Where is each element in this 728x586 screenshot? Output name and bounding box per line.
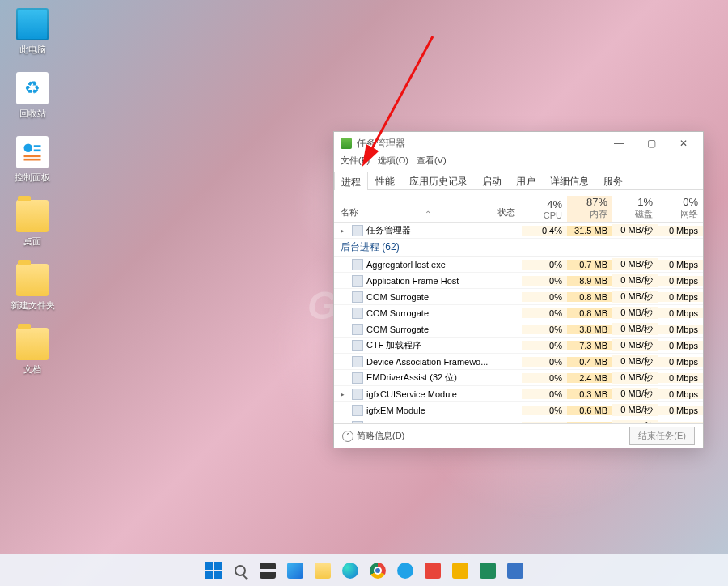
process-icon <box>352 324 363 335</box>
maximize-button[interactable]: ▢ <box>635 134 667 153</box>
tab-bar: 进程 性能 应用历史记录 启动 用户 详细信息 服务 <box>334 171 703 190</box>
taskbar-app-1[interactable] <box>394 559 417 582</box>
process-name: AggregatorHost.exe <box>366 260 446 270</box>
process-icon <box>352 340 363 351</box>
edge-icon <box>342 563 358 579</box>
end-task-button[interactable]: 结束任务(E) <box>629 427 695 445</box>
menu-view[interactable]: 查看(V) <box>417 155 447 171</box>
fewer-details-button[interactable]: ˄ 简略信息(D) <box>342 430 404 442</box>
taskbar-edge[interactable] <box>339 559 362 582</box>
folder-icon <box>315 563 331 579</box>
process-name: Application Frame Host <box>366 276 459 286</box>
process-name: Device Association Framewo... <box>366 357 488 367</box>
taskbar-app-2[interactable] <box>421 559 444 582</box>
cell-disk: 0 MB/秒 <box>612 323 658 335</box>
taskbar-app-5[interactable] <box>504 559 527 582</box>
process-row[interactable]: CTF 加载程序0%7.3 MB0 MB/秒0 Mbps <box>334 338 703 354</box>
menu-file[interactable]: 文件(F) <box>341 155 370 171</box>
process-row[interactable]: Application Frame Host0%8.9 MB0 MB/秒0 Mb… <box>334 273 703 289</box>
pc-icon <box>16 8 49 40</box>
cell-net: 0 Mbps <box>658 406 703 415</box>
chevron-up-icon: ˄ <box>342 431 353 442</box>
control-panel-icon <box>16 136 49 168</box>
cell-disk: 0 MB/秒 <box>612 388 658 400</box>
process-list[interactable]: ▸ 任务管理器 0.4% 31.5 MB 0 MB/秒 0 Mbps 后台进程 … <box>334 223 703 423</box>
process-row[interactable]: Device Association Framewo...0%0.4 MB0 M… <box>334 354 703 370</box>
tab-details[interactable]: 详细信息 <box>543 171 596 189</box>
desktop-icon-recycle-bin[interactable]: 回收站 <box>8 72 57 120</box>
titlebar[interactable]: 任务管理器 — ▢ ✕ <box>334 132 703 155</box>
cell-cpu: 0% <box>522 276 567 286</box>
col-status-label[interactable]: 状态 <box>497 206 515 219</box>
desktop-icon-this-pc[interactable]: 此电脑 <box>8 8 57 56</box>
cell-mem: 0.4 MB <box>567 357 612 367</box>
process-row[interactable]: COM Surrogate0%0.8 MB0 MB/秒0 Mbps <box>334 305 703 321</box>
cell-cpu: 0% <box>522 308 567 318</box>
col-disk[interactable]: 1% 磁盘 <box>612 196 658 222</box>
desktop-icons: 此电脑 回收站 控制面板 桌面 新建文件夹 文档 <box>8 8 65 392</box>
cell-net: 0 Mbps <box>658 276 703 286</box>
process-row[interactable]: EMDriverAssist (32 位)0%2.4 MB0 MB/秒0 Mbp… <box>334 370 703 386</box>
taskbar-app-3[interactable] <box>449 559 472 582</box>
cell-cpu: 0% <box>522 292 567 302</box>
process-row-app[interactable]: ▸ 任务管理器 0.4% 31.5 MB 0 MB/秒 0 Mbps <box>334 223 703 239</box>
cell-cpu: 0% <box>522 341 567 350</box>
desktop-icon-label: 控制面板 <box>8 172 57 184</box>
desktop-icon-label: 桌面 <box>8 236 57 248</box>
tab-users[interactable]: 用户 <box>509 171 543 189</box>
tab-processes[interactable]: 进程 <box>334 172 368 190</box>
cpu-usage: 4% <box>527 198 562 210</box>
process-row[interactable]: igfxEM Module0%0.6 MB0 MB/秒0 Mbps <box>334 402 703 418</box>
process-row[interactable]: COM Surrogate0%3.8 MB0 MB/秒0 Mbps <box>334 321 703 338</box>
desktop-icon-control-panel[interactable]: 控制面板 <box>8 136 57 184</box>
process-row[interactable]: AggregatorHost.exe0%0.7 MB0 MB/秒0 Mbps <box>334 257 703 273</box>
cell-mem: 31.5 MB <box>567 226 612 236</box>
tab-performance[interactable]: 性能 <box>368 171 402 189</box>
desktop-icon-folder-new[interactable]: 新建文件夹 <box>8 264 57 312</box>
group-label: 后台进程 (62) <box>341 240 400 254</box>
start-button[interactable] <box>201 559 224 582</box>
tab-app-history[interactable]: 应用历史记录 <box>402 171 475 189</box>
expand-icon[interactable]: ▸ <box>341 227 349 235</box>
cell-cpu: 0% <box>522 260 567 270</box>
cell-mem: 8.9 MB <box>567 276 612 286</box>
cell-net: 0 Mbps <box>658 389 703 399</box>
cell-cpu: 0% <box>522 389 567 399</box>
taskbar-search[interactable] <box>229 559 252 582</box>
desktop-icon-folder-docs[interactable]: 文档 <box>8 328 57 376</box>
taskbar-app-4[interactable] <box>476 559 499 582</box>
col-name-label[interactable]: 名称 <box>341 206 358 219</box>
col-cpu[interactable]: 4% CPU <box>522 198 567 222</box>
svg-rect-2 <box>34 150 41 152</box>
cell-net: 0 Mbps <box>658 260 703 270</box>
col-memory[interactable]: 87% 内存 <box>567 196 612 222</box>
process-icon <box>352 225 363 236</box>
cell-disk: 0 MB/秒 <box>612 339 658 351</box>
taskbar-widgets[interactable] <box>284 559 307 582</box>
process-icon <box>352 389 363 400</box>
process-row[interactable]: COM Surrogate0%0.8 MB0 MB/秒0 Mbps <box>334 289 703 305</box>
cell-mem: 0.3 MB <box>567 389 612 399</box>
windows-logo-icon <box>205 562 222 579</box>
folder-icon <box>16 328 49 360</box>
cell-net: 0 Mbps <box>658 226 703 236</box>
cell-cpu: 0% <box>522 406 567 415</box>
folder-icon <box>16 264 49 296</box>
group-background-processes[interactable]: 后台进程 (62) <box>334 239 703 257</box>
taskbar-chrome[interactable] <box>366 559 389 582</box>
menu-options[interactable]: 选项(O) <box>378 155 408 171</box>
taskbar-explorer[interactable] <box>311 559 334 582</box>
cell-disk: 0 MB/秒 <box>612 258 658 270</box>
col-network[interactable]: 0% 网络 <box>658 196 703 222</box>
minimize-button[interactable]: — <box>603 134 635 153</box>
close-button[interactable]: ✕ <box>667 134 700 153</box>
tab-services[interactable]: 服务 <box>596 171 630 189</box>
cell-cpu: 0% <box>522 325 567 334</box>
desktop-icon-folder-desktop[interactable]: 桌面 <box>8 200 57 248</box>
taskbar-task-view[interactable] <box>256 559 279 582</box>
process-row[interactable]: ▸igfxCUIService Module0%0.3 MB0 MB/秒0 Mb… <box>334 386 703 402</box>
expand-icon[interactable]: ▸ <box>341 390 349 398</box>
process-name: COM Surrogate <box>366 292 429 302</box>
tab-startup[interactable]: 启动 <box>475 171 509 189</box>
cell-mem: 0.6 MB <box>567 406 612 415</box>
